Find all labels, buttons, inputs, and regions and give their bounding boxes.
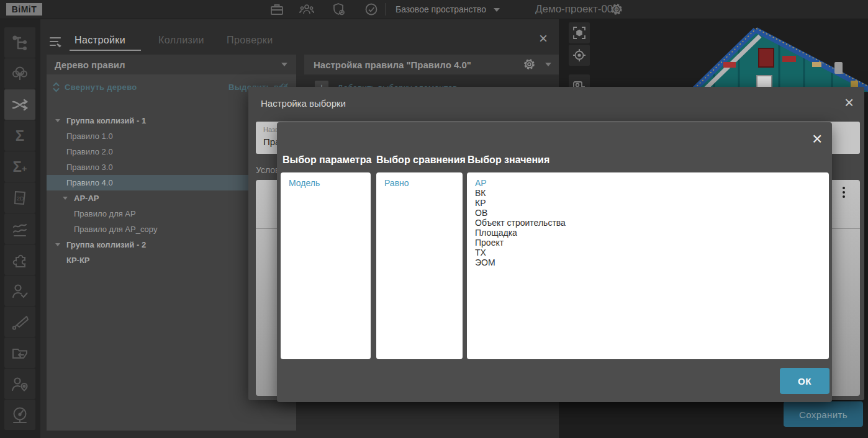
list-item[interactable]: ЭОМ <box>467 257 829 267</box>
rule-panel-title: Настройка правила "Правило 4.0" <box>314 60 471 70</box>
fit-view-button[interactable] <box>569 22 590 43</box>
model-structure-icon[interactable] <box>4 27 35 58</box>
top-bar: BiMiT Базовое пространство Демо-проект-0… <box>0 0 868 19</box>
tab-settings[interactable]: Настройки <box>75 35 125 46</box>
tree-icon[interactable] <box>4 58 35 89</box>
project-title: Демо-проект-001 <box>535 3 619 16</box>
rule-panel-header[interactable]: Настройка правила "Правило 4.0" <box>304 55 559 74</box>
topbar-separator <box>385 3 386 16</box>
list-item[interactable]: Площадка <box>467 228 829 238</box>
user-location-icon[interactable] <box>4 369 35 399</box>
collapse-tree-icon[interactable] <box>52 82 60 92</box>
sum-icon[interactable]: Σ <box>4 120 35 151</box>
tab-collisions[interactable]: Коллизии <box>158 35 204 46</box>
close-icon[interactable]: × <box>539 31 548 46</box>
value-column-header: Выбор значения <box>468 154 549 166</box>
gauge-icon[interactable] <box>4 400 35 430</box>
tree-panel-title: Дерево правил <box>55 60 125 70</box>
parameter-picker-modal: × Выбор параметра Выбор сравнения Выбор … <box>277 122 832 402</box>
workspace-selector[interactable]: Базовое пространство <box>396 4 486 14</box>
list-item[interactable]: КР <box>467 198 829 208</box>
compare-column-header: Выбор сравнения <box>376 154 466 166</box>
user-check-icon[interactable] <box>4 275 35 306</box>
list-item[interactable]: ВК <box>467 188 829 198</box>
compare-listbox[interactable]: Равно <box>376 172 463 359</box>
chevron-down-icon <box>545 63 551 66</box>
plugins-icon[interactable] <box>4 244 35 275</box>
list-item[interactable]: АР <box>467 178 829 188</box>
trowel-icon[interactable] <box>4 306 35 337</box>
sum-add-icon[interactable]: Σ+ <box>4 151 35 182</box>
menu-icon[interactable] <box>48 35 62 48</box>
target-button[interactable] <box>569 45 590 66</box>
briefcase-icon[interactable] <box>269 2 285 17</box>
close-icon[interactable]: × <box>844 94 854 110</box>
list-item[interactable]: ТХ <box>467 248 829 257</box>
team-icon[interactable] <box>299 2 315 17</box>
list-item[interactable]: ОВ <box>467 208 829 218</box>
chevron-down-icon <box>281 63 287 66</box>
list-item[interactable]: Модель <box>281 178 371 188</box>
modal-title: Настройка выборки <box>261 98 346 109</box>
list-item[interactable]: Равно <box>376 178 463 188</box>
param-column-header: Выбор параметра <box>283 154 371 166</box>
check-circle-icon[interactable] <box>363 2 379 17</box>
app-logo: BiMiT <box>6 3 42 16</box>
kebab-menu-icon[interactable] <box>843 187 845 200</box>
gear-icon[interactable] <box>523 58 536 71</box>
collapse-tree-link[interactable]: Свернуть дерево <box>65 83 137 92</box>
left-toolbar: Σ Σ+ 2D <box>0 19 40 438</box>
list-item[interactable]: Объект строительства <box>467 218 829 228</box>
chevron-down-icon[interactable] <box>494 8 500 12</box>
ok-button[interactable]: ОК <box>780 368 830 394</box>
tree-panel-header[interactable]: Дерево правил <box>47 55 296 74</box>
save-button[interactable]: Сохранить <box>784 401 863 427</box>
2d-view-icon[interactable]: 2D <box>4 182 35 213</box>
graphs-icon[interactable] <box>4 213 35 244</box>
close-icon[interactable]: × <box>812 130 822 148</box>
gear-icon[interactable] <box>610 2 623 16</box>
folder-import-icon[interactable] <box>4 337 35 368</box>
svg-text:2D: 2D <box>17 195 24 202</box>
collisions-icon[interactable] <box>4 89 35 120</box>
active-tab-underline <box>70 50 141 51</box>
tab-checks[interactable]: Проверки <box>227 35 273 46</box>
building-model <box>646 19 868 92</box>
value-listbox[interactable]: АР ВК КР ОВ Объект строительства Площадк… <box>467 172 829 359</box>
list-item[interactable]: Проект <box>467 238 829 248</box>
param-listbox[interactable]: Модель <box>281 172 371 359</box>
shield-icon[interactable] <box>331 2 347 17</box>
